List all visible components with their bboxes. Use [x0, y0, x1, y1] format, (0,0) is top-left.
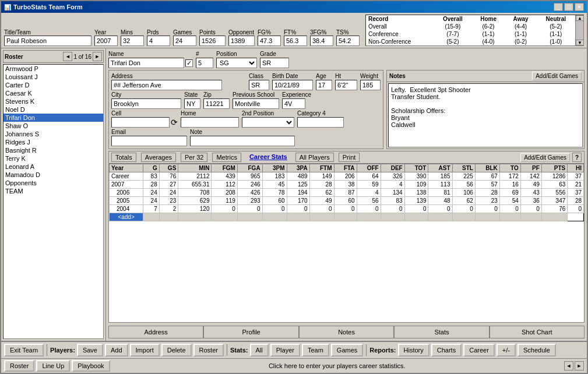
career-button[interactable]: Career — [463, 344, 495, 357]
all-button[interactable]: All — [250, 344, 269, 357]
games-button[interactable]: Games — [331, 344, 363, 357]
email-input[interactable] — [111, 136, 187, 146]
roster-item-trifari[interactable]: Trifari Don — [3, 114, 103, 122]
roster-item-shaw[interactable]: Shaw O — [3, 122, 103, 130]
cat4-input[interactable] — [297, 117, 344, 128]
ts-input[interactable] — [336, 36, 360, 46]
playbook-button[interactable]: Playbook — [72, 360, 110, 372]
roster-item-noel[interactable]: Noel D — [3, 105, 103, 114]
name-checkbox[interactable]: ✓ — [185, 59, 193, 67]
class-input[interactable] — [249, 80, 269, 90]
roster-list[interactable]: Armwood P Louissant J Carter D Caesar K … — [3, 64, 104, 339]
experience-input[interactable] — [282, 98, 305, 109]
mins-input[interactable] — [121, 36, 144, 46]
lineup-button[interactable]: Line Up — [36, 360, 70, 372]
tab-stats[interactable]: Stats — [394, 326, 489, 338]
minimize-button[interactable]: _ — [554, 3, 563, 11]
fg-input[interactable] — [258, 36, 281, 46]
position-select[interactable]: SG PG SF PF C — [216, 58, 257, 68]
city-input[interactable] — [111, 98, 181, 109]
close-button[interactable]: ✕ — [575, 3, 584, 11]
cell-input[interactable] — [111, 117, 170, 128]
stats-row-career[interactable]: Career8376211243996518348914920664326390… — [110, 172, 584, 181]
tab-profile[interactable]: Profile — [203, 326, 298, 338]
stats-row-2007[interactable]: 20072827655.3111224645125283859410911356… — [110, 181, 584, 189]
points-input[interactable] — [199, 36, 226, 46]
games-input[interactable] — [173, 36, 196, 46]
ht-input[interactable] — [335, 80, 357, 90]
year-input[interactable] — [94, 36, 118, 46]
home-input[interactable] — [181, 117, 239, 128]
delete-button[interactable]: Delete — [161, 344, 192, 357]
roster-item-team[interactable]: TEAM — [3, 187, 103, 195]
record-scroll-down[interactable]: ▼ — [576, 40, 584, 45]
prds-input[interactable] — [147, 36, 170, 46]
roster-item-armwood[interactable]: Armwood P — [3, 65, 103, 73]
tab-per32[interactable]: Per 32 — [181, 153, 207, 162]
col-gs: GS — [159, 164, 178, 172]
stats-row-2004[interactable]: 20047212000000000000000760 — [110, 205, 584, 213]
roster-status-button[interactable]: Roster — [4, 360, 34, 372]
age-input[interactable] — [316, 80, 332, 90]
stats-add-row[interactable]: <add> — [110, 213, 584, 221]
team-button[interactable]: Team — [302, 344, 329, 357]
roster-item-ridges[interactable]: Ridges J — [3, 138, 103, 146]
plusminus-button[interactable]: +/- — [497, 344, 516, 357]
roster-scroll-down[interactable]: ► — [93, 52, 102, 61]
birth-input[interactable] — [272, 80, 313, 90]
notes-add-edit-button[interactable]: Add/Edit Games — [532, 72, 582, 80]
tab-all-players[interactable]: All Players — [295, 153, 334, 162]
name-input[interactable] — [108, 58, 184, 68]
schedule-button[interactable]: Schedule — [517, 344, 556, 357]
maximize-button[interactable]: □ — [564, 3, 573, 11]
import-button[interactable]: Import — [130, 344, 160, 357]
state-input[interactable] — [184, 98, 200, 109]
tab-print[interactable]: Print — [339, 153, 360, 162]
stats-row-2006[interactable]: 2006242470820842678194628741341388110628… — [110, 189, 584, 197]
roster-scroll-up[interactable]: ◄ — [63, 52, 72, 61]
roster-item-mamadou[interactable]: Mamadou D — [3, 171, 103, 179]
players-label: Players: — [50, 347, 75, 354]
roster-item-terry[interactable]: Terry K — [3, 154, 103, 163]
nav-prev-button[interactable]: ◄ — [564, 361, 573, 371]
stats-row-2005[interactable]: 2005242362911929360170496056831394862235… — [110, 197, 584, 205]
roster-item-caesar[interactable]: Caesar K — [3, 89, 103, 97]
roster-item-carter[interactable]: Carter D — [3, 81, 103, 89]
exit-team-button[interactable]: Exit Team — [4, 344, 44, 357]
add-button[interactable]: Add — [105, 344, 128, 357]
history-button[interactable]: History — [398, 344, 429, 357]
address-input[interactable] — [111, 80, 222, 90]
player-button[interactable]: Player — [270, 344, 300, 357]
roster-item-louissant[interactable]: Louissant J — [3, 73, 103, 81]
record-scroll-up[interactable]: ▲ — [576, 15, 584, 21]
opponent-input[interactable] — [228, 36, 255, 46]
tab-address[interactable]: Address — [108, 326, 203, 338]
roster-item-basnight[interactable]: Basnight R — [3, 146, 103, 154]
title-input[interactable] — [4, 36, 91, 46]
nav-next-button[interactable]: ► — [575, 361, 584, 371]
stats-add-edit-button[interactable]: Add/Edit Games — [520, 153, 570, 162]
charts-button[interactable]: Charts — [431, 344, 462, 357]
roster-item-opponents[interactable]: Opponents — [3, 179, 103, 187]
tab-career-stats[interactable]: Career Stats — [246, 153, 291, 162]
prev-school-input[interactable] — [233, 98, 279, 109]
save-button[interactable]: Save — [77, 344, 103, 357]
grade-input[interactable] — [260, 58, 289, 68]
tab-metrics[interactable]: Metrics — [212, 153, 241, 162]
weight-input[interactable] — [360, 80, 381, 90]
tab-averages[interactable]: Averages — [141, 153, 176, 162]
note-input[interactable] — [190, 136, 295, 146]
roster-button[interactable]: Roster — [193, 344, 224, 357]
three-input[interactable] — [310, 36, 333, 46]
roster-item-leonard[interactable]: Leonard A — [3, 163, 103, 171]
tab-notes[interactable]: Notes — [299, 326, 394, 338]
roster-item-stevens[interactable]: Stevens K — [3, 97, 103, 105]
help-button[interactable]: ? — [572, 153, 582, 162]
tab-totals[interactable]: Totals — [111, 153, 136, 162]
zip-input[interactable] — [203, 98, 230, 109]
ft-input[interactable] — [284, 36, 307, 46]
number-input[interactable] — [196, 58, 213, 68]
tab-shot-chart[interactable]: Shot Chart — [490, 326, 585, 338]
second-pos-select[interactable] — [242, 117, 294, 128]
roster-item-johannes[interactable]: Johannes S — [3, 130, 103, 138]
